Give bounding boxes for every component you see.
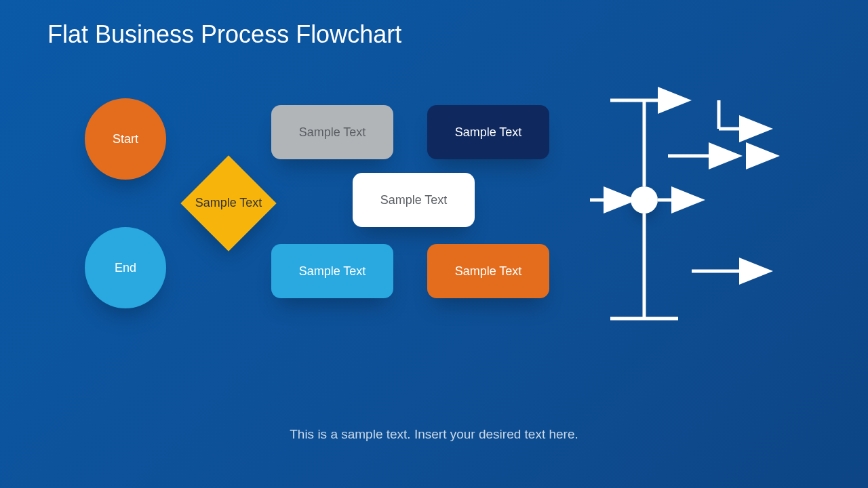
process-box-navy: Sample Text [427, 105, 549, 159]
process-box-white: Sample Text [353, 173, 475, 227]
process-box-orange: Sample Text [427, 244, 549, 298]
connector-node [631, 186, 658, 214]
process-box-lightblue: Sample Text [271, 244, 393, 298]
process-lightblue-label: Sample Text [299, 264, 366, 279]
process-box-gray: Sample Text [271, 105, 393, 159]
start-node: Start [85, 98, 166, 180]
process-gray-label: Sample Text [299, 125, 366, 140]
end-node: End [85, 227, 166, 308]
decision-node: Sample Text [181, 156, 276, 251]
end-label: End [115, 261, 136, 275]
process-orange-label: Sample Text [455, 264, 522, 279]
process-navy-label: Sample Text [455, 125, 522, 140]
decision-label: Sample Text [195, 196, 262, 211]
slide-title: Flat Business Process Flowchart [47, 20, 401, 49]
start-label: Start [113, 132, 138, 146]
footer-caption: This is a sample text. Insert your desir… [0, 426, 868, 444]
process-white-label: Sample Text [380, 193, 448, 207]
